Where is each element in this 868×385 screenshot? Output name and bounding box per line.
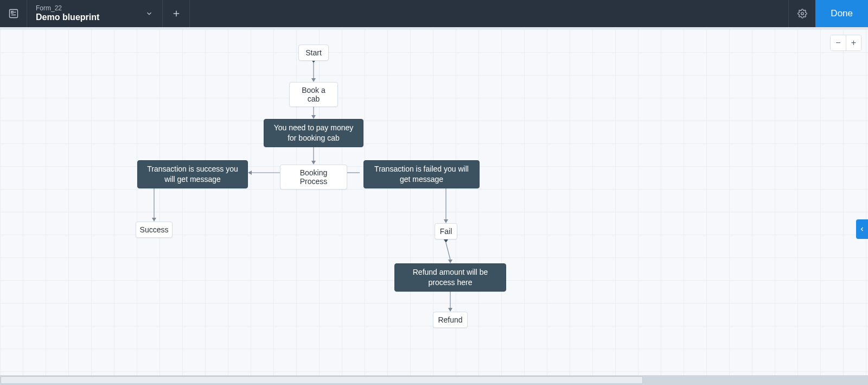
svg-marker-5 bbox=[311, 78, 316, 82]
title-box: Form_22 Demo blueprint bbox=[27, 0, 136, 27]
svg-marker-20 bbox=[444, 219, 448, 223]
node-fail[interactable]: Fail bbox=[435, 223, 457, 239]
node-tx_success[interactable]: Transaction is success you will get mess… bbox=[137, 160, 248, 188]
svg-point-2 bbox=[801, 12, 804, 15]
app-icon bbox=[0, 0, 27, 27]
svg-marker-26 bbox=[448, 308, 452, 312]
plus-icon bbox=[171, 9, 181, 18]
node-success[interactable]: Success bbox=[136, 222, 173, 238]
blueprint-icon bbox=[8, 8, 19, 19]
node-pay[interactable]: You need to pay money for booking cab bbox=[264, 119, 363, 147]
zoom-in-button[interactable]: + bbox=[846, 35, 861, 51]
form-name: Form_22 bbox=[36, 5, 127, 12]
chevron-down-icon bbox=[145, 10, 153, 17]
done-button[interactable]: Done bbox=[815, 0, 868, 27]
horizontal-scrollbar[interactable] bbox=[0, 375, 868, 385]
node-tx_fail[interactable]: Transaction is failed you will get messa… bbox=[363, 160, 480, 188]
svg-marker-17 bbox=[152, 218, 156, 222]
blueprint-title: Demo blueprint bbox=[36, 12, 127, 22]
spacer bbox=[190, 0, 788, 27]
svg-marker-11 bbox=[311, 161, 316, 165]
node-booking[interactable]: Booking Process bbox=[280, 165, 347, 190]
node-start[interactable]: Start bbox=[298, 45, 329, 61]
svg-marker-21 bbox=[444, 239, 448, 243]
settings-button[interactable] bbox=[788, 0, 815, 27]
top-bar: Form_22 Demo blueprint Done bbox=[0, 0, 868, 27]
svg-line-22 bbox=[446, 243, 450, 260]
gear-icon bbox=[797, 9, 807, 18]
add-button[interactable] bbox=[163, 0, 190, 27]
zoom-controls: − + bbox=[830, 35, 861, 51]
node-refund[interactable]: Refund bbox=[433, 312, 468, 328]
flow-connectors bbox=[0, 29, 868, 385]
zoom-out-button[interactable]: − bbox=[831, 35, 846, 51]
svg-marker-13 bbox=[248, 171, 252, 175]
svg-marker-23 bbox=[448, 260, 452, 263]
svg-rect-1 bbox=[11, 11, 12, 13]
node-book[interactable]: Book a cab bbox=[289, 82, 338, 107]
chevron-left-icon bbox=[859, 226, 865, 232]
side-panel-toggle[interactable] bbox=[856, 219, 868, 239]
svg-marker-8 bbox=[311, 115, 316, 119]
scrollbar-thumb[interactable] bbox=[1, 376, 643, 384]
dropdown-toggle[interactable] bbox=[136, 0, 163, 27]
node-refund_proc[interactable]: Refund amount will be process here bbox=[394, 263, 506, 292]
canvas[interactable]: StartBook a cabYou need to pay money for… bbox=[0, 27, 868, 385]
svg-rect-0 bbox=[9, 10, 17, 18]
